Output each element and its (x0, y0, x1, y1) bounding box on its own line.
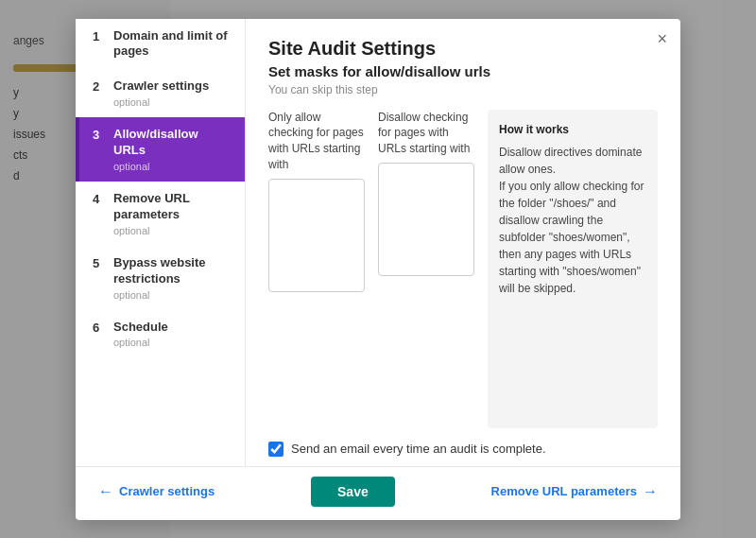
back-arrow-icon: ← (98, 483, 113, 500)
modal-dialog: × 1 Domain and limit of pages 2 Crawler … (76, 19, 680, 520)
how-it-works-content: Disallow directives dominate allow ones.… (499, 144, 646, 297)
next-arrow-icon: → (643, 483, 658, 500)
modal-overlay: × 1 Domain and limit of pages 2 Crawler … (0, 0, 756, 538)
sidebar-item-subtitle-3: optional (113, 161, 232, 172)
sidebar: 1 Domain and limit of pages 2 Crawler se… (76, 19, 246, 466)
disallow-input-col: Disallow checking for pages with URLs st… (378, 110, 474, 428)
email-checkbox-row: Send an email every time an audit is com… (268, 428, 658, 466)
sidebar-item-crawler[interactable]: 2 Crawler settings optional (76, 69, 245, 117)
sidebar-item-subtitle-5: optional (113, 289, 232, 301)
sidebar-item-number-2: 2 (93, 79, 106, 94)
modal-subtitle: Set masks for allow/disallow urls (268, 63, 658, 79)
allow-input-col: Only allow checking for pages with URLs … (268, 110, 365, 428)
three-col-layout: Only allow checking for pages with URLs … (268, 110, 658, 428)
sidebar-item-title-3: Allow/disallow URLs (113, 127, 232, 159)
back-button[interactable]: ← Crawler settings (98, 483, 215, 500)
back-button-label: Crawler settings (119, 484, 215, 498)
how-it-works-box: How it works Disallow directives dominat… (488, 110, 658, 428)
sidebar-item-domain[interactable]: 1 Domain and limit of pages (76, 19, 245, 70)
email-checkbox[interactable] (268, 442, 284, 457)
sidebar-item-title-1: Domain and limit of pages (113, 28, 232, 61)
sidebar-item-number-1: 1 (93, 29, 106, 43)
sidebar-item-allow-disallow[interactable]: 3 Allow/disallow URLs optional (76, 117, 245, 182)
skip-step-label: You can skip this step (268, 83, 658, 96)
main-content: Site Audit Settings Set masks for allow/… (246, 19, 680, 466)
sidebar-item-subtitle-2: optional (113, 96, 209, 108)
sidebar-item-subtitle-4: optional (113, 225, 232, 236)
sidebar-item-title-2: Crawler settings (113, 78, 209, 95)
allow-input-label: Only allow checking for pages with URLs … (268, 110, 365, 173)
sidebar-item-number-3: 3 (93, 128, 106, 142)
sidebar-item-title-5: Bypass website restrictions (113, 255, 232, 287)
email-checkbox-label: Send an email every time an audit is com… (291, 442, 546, 456)
save-button[interactable]: Save (311, 477, 395, 507)
sidebar-item-number-4: 4 (93, 192, 106, 206)
disallow-textarea[interactable] (378, 163, 474, 276)
sidebar-item-number-6: 6 (93, 321, 106, 335)
next-button[interactable]: Remove URL parameters → (491, 483, 658, 500)
modal-title: Site Audit Settings (268, 38, 658, 60)
close-button[interactable]: × (657, 30, 667, 47)
sidebar-item-schedule[interactable]: 6 Schedule optional (76, 310, 245, 358)
sidebar-item-remove-url[interactable]: 4 Remove URL parameters optional (76, 182, 245, 246)
sidebar-item-subtitle-6: optional (113, 337, 168, 348)
modal-footer: ← Crawler settings Save Remove URL param… (76, 466, 680, 520)
sidebar-item-title-6: Schedule (113, 320, 168, 336)
sidebar-item-title-4: Remove URL parameters (113, 191, 232, 223)
sidebar-item-number-5: 5 (93, 256, 106, 270)
disallow-input-label: Disallow checking for pages with URLs st… (378, 110, 474, 157)
allow-textarea[interactable] (268, 179, 365, 292)
next-button-label: Remove URL parameters (491, 484, 637, 498)
how-it-works-title: How it works (499, 121, 646, 138)
sidebar-item-bypass[interactable]: 5 Bypass website restrictions optional (76, 246, 245, 310)
